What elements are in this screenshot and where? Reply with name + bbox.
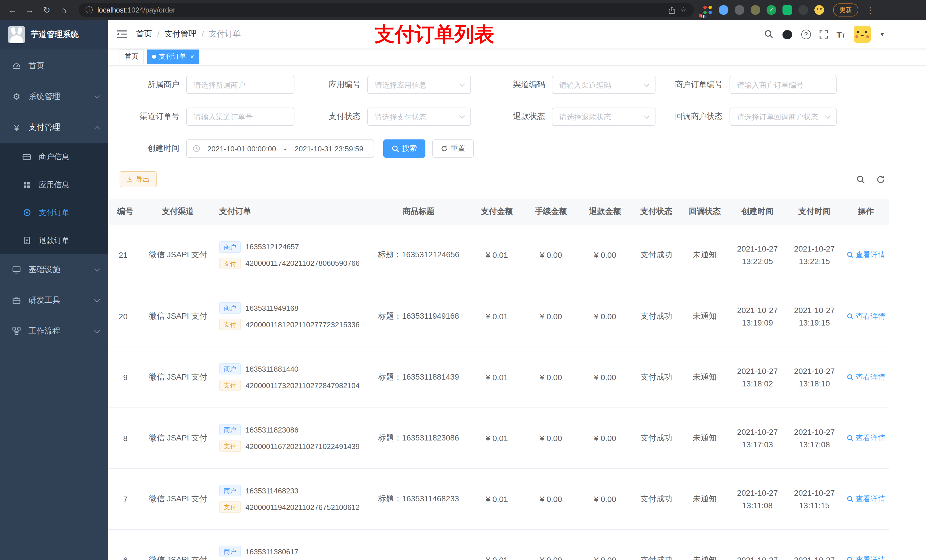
merchant-input[interactable] [186, 76, 294, 94]
yen-icon: ¥ [11, 123, 22, 132]
search-icon[interactable] [764, 30, 773, 39]
pay-tag: 支付 [219, 319, 241, 330]
view-detail-link[interactable]: 查看详情 [847, 494, 885, 504]
refund-status-select[interactable] [552, 107, 655, 126]
breadcrumb-section[interactable]: 支付管理 [165, 29, 197, 39]
product-title: 标题：1635311949168 [378, 311, 459, 320]
view-detail-link[interactable]: 查看详情 [847, 250, 885, 260]
create-date: 2021-10-27 [729, 365, 786, 377]
sidebar-item-infra[interactable]: 基础设施 [0, 254, 108, 285]
extension-icon[interactable] [719, 5, 728, 15]
refund-amount: ¥ 0.00 [594, 494, 616, 503]
pay-status: 支付成功 [640, 311, 672, 320]
col-pay-status: 支付状态 [632, 199, 681, 225]
view-detail-link[interactable]: 查看详情 [847, 555, 885, 560]
forward-icon[interactable]: → [23, 5, 36, 15]
breadcrumb-separator: / [157, 30, 159, 39]
search-toggle-icon[interactable] [856, 175, 865, 184]
home-icon[interactable]: ⌂ [57, 5, 71, 15]
sidebar-item-dev-tools[interactable]: 研发工具 [0, 285, 108, 316]
date-start[interactable]: 2021-10-01 00:00:00 [203, 144, 281, 153]
sidebar-item-refund-order[interactable]: 退款订单 [0, 226, 108, 254]
app-title: 芋道管理系统 [31, 30, 79, 40]
address-bar[interactable]: ⓘ localhost:1024/pay/order ☆ [79, 3, 694, 17]
search-button[interactable]: 搜索 [383, 139, 425, 158]
close-icon[interactable]: × [190, 53, 194, 60]
tab-pay-order[interactable]: 支付订单× [147, 49, 199, 64]
sidebar-item-app-info[interactable]: 应用信息 [0, 171, 108, 199]
date-end[interactable]: 2021-10-31 23:59:59 [290, 144, 368, 153]
fullscreen-icon[interactable] [820, 30, 828, 38]
extension-icon[interactable] [782, 5, 792, 15]
sidebar-item-merchant-info[interactable]: 商户信息 [0, 143, 108, 171]
tab-home[interactable]: 首页 [120, 49, 144, 64]
merchant-order-no: 1635312124657 [245, 243, 299, 251]
refund-amount: ¥ 0.00 [594, 312, 616, 321]
monitor-icon [11, 265, 22, 274]
sidebar-item-pay-order[interactable]: 支付订单 [0, 199, 108, 226]
reload-icon[interactable]: ↻ [40, 5, 53, 15]
pay-status: 支付成功 [640, 555, 672, 560]
extension-icon[interactable] [799, 5, 808, 15]
browser-menu-icon[interactable]: ⋮ [864, 5, 876, 15]
channel-code-select[interactable] [552, 76, 655, 94]
reset-button[interactable]: 重置 [432, 139, 474, 158]
avatar[interactable] [854, 26, 871, 43]
filter-row-2: 渠道订单号 支付状态 退款状态 回调商户状态 [120, 107, 915, 126]
fee-amount: ¥ 0.00 [540, 312, 562, 321]
merchant-tag: 商户 [219, 546, 241, 557]
notify-status-select[interactable] [729, 107, 837, 126]
font-size-icon[interactable]: TT [837, 30, 846, 38]
app-select[interactable] [367, 76, 471, 94]
merchant-order-no-input[interactable] [729, 76, 837, 94]
sidebar-item-payment[interactable]: ¥ 支付管理 [0, 112, 108, 143]
table-row: 21 微信 JSAPI 支付 商户1635312124657 支付4200001… [108, 225, 889, 286]
view-detail-link[interactable]: 查看详情 [847, 433, 885, 443]
github-icon[interactable] [782, 29, 793, 39]
sidebar-item-system[interactable]: ⚙ 系统管理 [0, 82, 108, 112]
breadcrumb-home[interactable]: 首页 [136, 29, 152, 39]
pay-time: 13:11:15 [786, 499, 843, 511]
merchant-order-no: 1635311468233 [245, 486, 298, 495]
extension-icon[interactable] [750, 5, 760, 15]
table-row: 9 微信 JSAPI 支付 商户1635311881440 支付42000011… [108, 347, 889, 408]
export-button[interactable]: 导出 [120, 171, 157, 187]
caret-down-icon[interactable]: ▼ [879, 31, 885, 37]
refresh-icon[interactable] [876, 175, 885, 184]
notify-status: 未通知 [693, 433, 717, 442]
browser-update-button[interactable]: 更新 [833, 3, 858, 17]
extension-icon[interactable] [814, 5, 824, 15]
fee-amount: ¥ 0.00 [540, 494, 562, 503]
col-pay-time: 支付时间 [786, 199, 843, 225]
page-title-annotation: 支付订单列表 [375, 23, 494, 45]
extension-icon[interactable] [735, 5, 744, 15]
view-detail-link[interactable]: 查看详情 [847, 311, 885, 321]
help-icon[interactable]: ? [801, 29, 811, 39]
filter-row-1: 所属商户 应用编号 渠道编码 商户订单编号 [120, 76, 915, 94]
bookmark-star-icon[interactable]: ☆ [680, 6, 687, 14]
pay-status-select[interactable] [367, 107, 471, 126]
share-icon[interactable] [668, 6, 676, 14]
create-date: 2021-10-27 [729, 486, 786, 499]
pay-date: 2021-10-27 [786, 243, 843, 255]
order-id: 8 [123, 433, 127, 442]
channel-order-no-input[interactable] [186, 107, 294, 126]
credit-card-icon [22, 152, 32, 162]
extension-icon[interactable]: ✓ [767, 5, 776, 15]
site-info-icon[interactable]: ⓘ [85, 5, 93, 15]
sidebar-item-workflow[interactable]: 工作流程 [0, 316, 108, 347]
date-range-picker[interactable]: 2021-10-01 00:00:00 - 2021-10-31 23:59:5… [186, 139, 374, 158]
hamburger-icon[interactable] [117, 30, 127, 38]
col-notify-status: 回调状态 [681, 199, 729, 225]
merchant-tag: 商户 [219, 363, 241, 374]
sidebar-item-home[interactable]: 首页 [0, 51, 108, 82]
view-detail-link[interactable]: 查看详情 [847, 372, 885, 382]
navbar-actions: ? TT ▼ [764, 26, 926, 43]
table-toolbar: 导出 [120, 171, 915, 187]
pay-time: 13:17:08 [786, 438, 843, 450]
back-icon[interactable]: ← [6, 5, 20, 15]
table-header-row: 编号 支付渠道 支付订单 商品标题 支付金额 手续金额 退款金额 支付状态 回调… [108, 199, 889, 225]
create-time: 13:11:08 [729, 499, 786, 511]
extension-icon[interactable]: 10 [703, 5, 713, 15]
filter-row-3: 创建时间 2021-10-01 00:00:00 - 2021-10-31 23… [120, 139, 915, 158]
